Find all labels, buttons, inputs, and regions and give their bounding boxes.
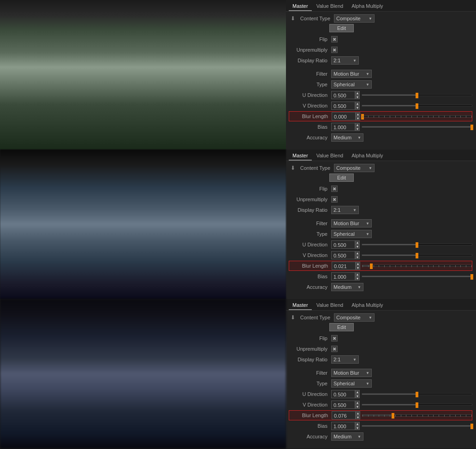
bias-value[interactable]: 1.000 — [331, 123, 355, 131]
blur-length-up[interactable]: ▲ — [356, 411, 360, 415]
u-direction-spinner[interactable]: ▲ ▼ — [355, 390, 360, 398]
accuracy-dropdown[interactable]: Medium — [331, 432, 363, 441]
accuracy-dropdown[interactable]: Medium — [331, 133, 363, 142]
tab-value-blend[interactable]: Value Blend — [313, 301, 347, 310]
edit-button[interactable]: Edit — [329, 323, 354, 331]
u-direction-value[interactable]: 0.500 — [331, 240, 355, 249]
v-direction-down[interactable]: ▼ — [355, 255, 360, 259]
bias-spinner[interactable]: ▲ ▼ — [355, 272, 360, 281]
v-direction-down[interactable]: ▼ — [355, 106, 360, 110]
filter-dropdown[interactable]: Motion Blur — [331, 369, 372, 377]
blur-length-spinner[interactable]: ▲ ▼ — [356, 262, 360, 270]
u-direction-track[interactable] — [362, 393, 472, 395]
v-direction-spinner[interactable]: ▲ ▼ — [355, 102, 360, 110]
v-direction-slider[interactable] — [362, 404, 472, 406]
v-direction-value[interactable]: 0.500 — [331, 102, 355, 110]
accuracy-dropdown[interactable]: Medium — [331, 283, 363, 291]
u-direction-slider[interactable] — [362, 393, 472, 395]
blur-length-up[interactable]: ▲ — [356, 112, 360, 116]
v-direction-track[interactable] — [362, 404, 472, 406]
flip-checkbox[interactable]: ✖ — [331, 36, 338, 42]
blur-length-track[interactable] — [362, 265, 472, 267]
v-direction-slider[interactable] — [362, 105, 472, 107]
v-direction-down[interactable]: ▼ — [355, 405, 360, 409]
tab-master[interactable]: Master — [289, 2, 312, 11]
u-direction-slider[interactable] — [362, 244, 472, 245]
blur-length-slider[interactable] — [362, 115, 472, 117]
content-type-dropdown[interactable]: Composite — [334, 164, 375, 172]
bias-down[interactable]: ▼ — [355, 426, 360, 430]
u-direction-down[interactable]: ▼ — [355, 95, 360, 99]
blur-length-slider[interactable] — [362, 265, 472, 267]
blur-length-spinner[interactable]: ▲ ▼ — [356, 112, 360, 120]
tab-alpha-multiply[interactable]: Alpha Multiply — [348, 151, 387, 161]
type-dropdown[interactable]: Spherical — [331, 379, 372, 388]
u-direction-track[interactable] — [362, 94, 472, 96]
bias-down[interactable]: ▼ — [355, 127, 360, 131]
u-direction-up[interactable]: ▲ — [355, 91, 360, 95]
flip-checkbox[interactable]: ✖ — [331, 186, 338, 192]
unpremultiply-checkbox[interactable]: ✖ — [331, 47, 338, 53]
unpremultiply-checkbox[interactable]: ✖ — [331, 346, 338, 352]
u-direction-track[interactable] — [362, 244, 472, 245]
bias-down[interactable]: ▼ — [355, 276, 360, 281]
bias-spinner[interactable]: ▲ ▼ — [355, 422, 360, 430]
display-ratio-dropdown[interactable]: 2:1 — [331, 206, 359, 214]
bias-value[interactable]: 1.000 — [331, 422, 355, 430]
tab-value-blend[interactable]: Value Blend — [313, 151, 347, 161]
blur-length-value[interactable]: 0.021 — [332, 262, 356, 270]
blur-length-track[interactable] — [362, 115, 472, 117]
content-type-dropdown[interactable]: Composite — [334, 313, 375, 322]
blur-length-value[interactable]: 0.000 — [332, 112, 356, 120]
bias-slider[interactable] — [362, 275, 472, 277]
flip-checkbox[interactable]: ✖ — [331, 335, 338, 341]
tab-value-blend[interactable]: Value Blend — [313, 2, 347, 11]
blur-length-spinner[interactable]: ▲ ▼ — [356, 411, 360, 419]
u-direction-value[interactable]: 0.500 — [331, 91, 355, 99]
u-direction-slider[interactable] — [362, 94, 472, 96]
bias-track[interactable] — [362, 425, 472, 427]
tab-alpha-multiply[interactable]: Alpha Multiply — [348, 2, 387, 11]
tab-alpha-multiply[interactable]: Alpha Multiply — [348, 301, 387, 310]
bias-up[interactable]: ▲ — [355, 272, 360, 276]
blur-length-value[interactable]: 0.076 — [332, 411, 356, 419]
blur-length-track[interactable] — [362, 414, 472, 416]
tab-master[interactable]: Master — [289, 151, 312, 161]
display-ratio-dropdown[interactable]: 2:1 — [331, 56, 359, 65]
bias-up[interactable]: ▲ — [355, 422, 360, 426]
bias-slider[interactable] — [362, 425, 472, 427]
u-direction-value[interactable]: 0.500 — [331, 390, 355, 398]
bias-track[interactable] — [362, 126, 472, 128]
filter-dropdown[interactable]: Motion Blur — [331, 219, 372, 227]
bias-value[interactable]: 1.000 — [331, 272, 355, 281]
edit-button[interactable]: Edit — [329, 174, 354, 182]
unpremultiply-checkbox[interactable]: ✖ — [331, 196, 338, 203]
v-direction-up[interactable]: ▲ — [355, 401, 360, 405]
blur-length-up[interactable]: ▲ — [356, 262, 360, 266]
v-direction-value[interactable]: 0.500 — [331, 251, 355, 259]
display-ratio-dropdown[interactable]: 2:1 — [331, 355, 359, 364]
tab-master[interactable]: Master — [289, 301, 312, 310]
blur-length-down[interactable]: ▼ — [356, 116, 360, 120]
v-direction-spinner[interactable]: ▲ ▼ — [355, 251, 360, 259]
v-direction-track[interactable] — [362, 254, 472, 256]
v-direction-slider[interactable] — [362, 254, 472, 256]
bias-up[interactable]: ▲ — [355, 123, 360, 127]
u-direction-up[interactable]: ▲ — [355, 240, 360, 245]
content-type-dropdown[interactable]: Composite — [334, 14, 375, 23]
u-direction-down[interactable]: ▼ — [355, 245, 360, 249]
u-direction-up[interactable]: ▲ — [355, 390, 360, 394]
v-direction-up[interactable]: ▲ — [355, 102, 360, 106]
u-direction-down[interactable]: ▼ — [355, 394, 360, 398]
blur-length-down[interactable]: ▼ — [356, 266, 360, 270]
u-direction-spinner[interactable]: ▲ ▼ — [355, 91, 360, 99]
type-dropdown[interactable]: Spherical — [331, 230, 372, 238]
bias-track[interactable] — [362, 275, 472, 277]
bias-slider[interactable] — [362, 126, 472, 128]
blur-length-slider[interactable] — [362, 414, 472, 416]
v-direction-track[interactable] — [362, 105, 472, 107]
v-direction-value[interactable]: 0.500 — [331, 401, 355, 409]
v-direction-up[interactable]: ▲ — [355, 251, 360, 255]
filter-dropdown[interactable]: Motion Blur — [331, 70, 372, 78]
edit-button[interactable]: Edit — [329, 24, 354, 32]
